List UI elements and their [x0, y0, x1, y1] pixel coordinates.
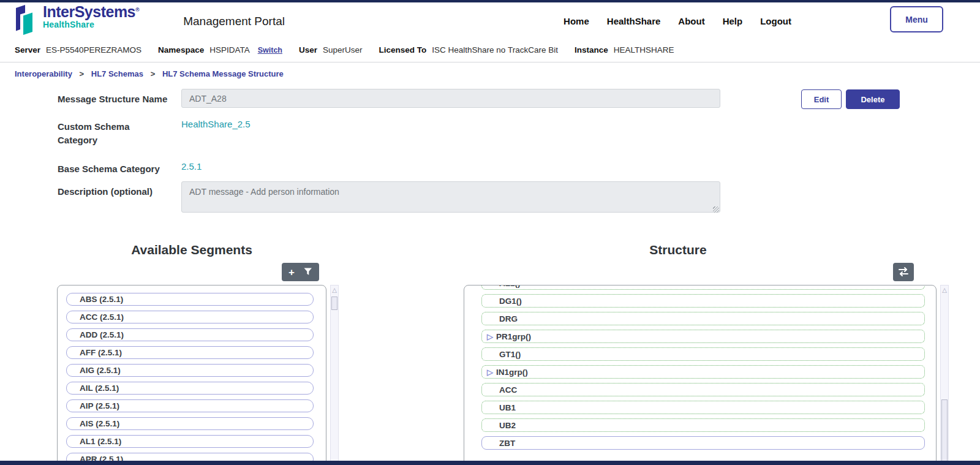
instance-label: Instance — [575, 45, 608, 55]
nav-link[interactable]: Logout — [760, 16, 791, 26]
user-info: UserSuperUser — [299, 45, 363, 55]
breadcrumb-separator: > — [151, 69, 156, 78]
segment-pill[interactable]: ADD (2.5.1) — [66, 328, 314, 341]
namespace-label: Namespace — [158, 45, 204, 55]
server-info-bar: ServerES-P5540PEREZRAMOS NamespaceHSPIDA… — [0, 38, 980, 62]
swap-arrows-icon — [897, 266, 910, 279]
structure-panel: Structure ▷ AL1() — [464, 242, 950, 465]
description-row: Description (optional) ADT message - Add… — [58, 181, 980, 215]
user-label: User — [299, 45, 317, 55]
header: InterSystems® HealthShare Management Por… — [0, 2, 980, 38]
licensed-label: Licensed To — [379, 45, 427, 55]
intersystems-logo-icon — [15, 4, 38, 37]
filter-segments-button[interactable] — [304, 267, 312, 278]
nav-link[interactable]: Home — [564, 16, 589, 26]
server-value: ES-P5540PEREZRAMOS — [46, 45, 141, 55]
segments-scrollbar-thumb[interactable] — [331, 297, 337, 310]
main-content: Message Structure Name Edit Delete Custo… — [0, 80, 980, 465]
edit-button[interactable]: Edit — [801, 89, 842, 109]
segment-pill-label: AIS (2.5.1) — [80, 419, 119, 428]
segment-pill[interactable]: AIP (2.5.1) — [66, 399, 314, 412]
custom-schema-category-link[interactable]: HealthShare_2.5 — [181, 116, 251, 147]
segment-pill[interactable]: AL1 (2.5.1) — [66, 435, 314, 448]
segment-pill-label: ABS (2.5.1) — [80, 295, 123, 304]
structure-toolbar — [464, 263, 950, 281]
structure-segment-label: ACC — [499, 385, 517, 395]
filter-icon — [304, 267, 312, 278]
segment-pill[interactable]: AIS (2.5.1) — [66, 417, 314, 430]
expand-triangle-icon[interactable]: ▷ — [487, 332, 493, 341]
segment-panels: Available Segments + ABS (2.5.1)ACC (2.5… — [0, 242, 980, 465]
user-value: SuperUser — [323, 45, 363, 55]
base-schema-category-row: Base Schema Category 2.5.1 — [58, 159, 980, 176]
base-schema-category-link[interactable]: 2.5.1 — [181, 159, 202, 176]
structure-scrollbar-thumb[interactable] — [941, 399, 948, 465]
structure-segment-label: IN1grp() — [496, 368, 528, 377]
page-title: Management Portal — [183, 15, 285, 28]
available-segments-listwrap: ABS (2.5.1)ACC (2.5.1)ADD (2.5.1)AFF (2.… — [57, 285, 339, 465]
message-structure-name-label: Message Structure Name — [58, 89, 181, 108]
licensed-info: Licensed ToISC HealthShare no TrackCare … — [379, 45, 558, 55]
structure-segment[interactable]: ▷ DG1() — [481, 294, 925, 308]
structure-listwrap: ▷ AL1() ▷ DG1() ▷ DRG ▷ PR1grp() ▷ GT1() — [464, 285, 950, 465]
scroll-up-icon[interactable]: △ — [331, 286, 338, 294]
structure-segment-label: GT1() — [499, 350, 521, 359]
breadcrumb-hl7-schemas[interactable]: HL7 Schemas — [91, 69, 143, 78]
brand-name: InterSystems® — [43, 4, 139, 20]
structure-segment[interactable]: ▷ UB2 — [481, 418, 925, 432]
structure-segment[interactable]: ▷ ACC — [481, 383, 925, 396]
namespace-value: HSPIDATA — [209, 45, 250, 55]
structure-segment[interactable]: ▷ UB1 — [481, 401, 925, 414]
segment-pill-label: ADD (2.5.1) — [80, 330, 124, 339]
delete-button[interactable]: Delete — [846, 89, 900, 109]
segment-pill[interactable]: AIL (2.5.1) — [66, 382, 314, 395]
description-label: Description (optional) — [58, 181, 181, 215]
structure-segment[interactable]: ▷ ZBT — [481, 436, 925, 450]
structure-segment-label: AL1() — [499, 285, 521, 288]
nav-link[interactable]: Help — [723, 16, 743, 26]
add-segment-button[interactable]: + — [288, 267, 295, 278]
segment-pill[interactable]: AFF (2.5.1) — [66, 346, 314, 359]
segment-pill-label: AFF (2.5.1) — [80, 348, 122, 357]
segment-pill[interactable]: AIG (2.5.1) — [66, 364, 314, 377]
action-buttons: Edit Delete — [801, 89, 900, 109]
segments-tool-group: + — [282, 263, 319, 281]
structure-segment-label: UB1 — [499, 403, 516, 412]
breadcrumb: Interoperability > HL7 Schemas > HL7 Sch… — [0, 62, 980, 80]
structure-list: ▷ AL1() ▷ DG1() ▷ DRG ▷ PR1grp() ▷ GT1() — [464, 285, 937, 465]
registered-mark: ® — [135, 7, 139, 13]
custom-schema-category-row: Custom Schema Category HealthShare_2.5 — [58, 116, 980, 147]
segment-pill[interactable]: ABS (2.5.1) — [66, 293, 314, 306]
breadcrumb-hl7-schema-message-structure[interactable]: HL7 Schema Message Structure — [162, 69, 284, 78]
structure-segment-label: PR1grp() — [496, 332, 531, 341]
available-segments-panel: Available Segments + ABS (2.5.1)ACC (2.5… — [57, 242, 339, 465]
segments-scrollbar[interactable]: △ — [330, 285, 339, 465]
structure-segment[interactable]: ▷ PR1grp() — [481, 330, 925, 343]
structure-scrollbar[interactable]: △ — [940, 285, 949, 465]
swap-segments-button[interactable] — [893, 263, 914, 281]
nav-link[interactable]: About — [678, 16, 704, 26]
menu-button[interactable]: Menu — [890, 6, 943, 32]
scroll-up-icon[interactable]: △ — [941, 286, 948, 294]
structure-segment[interactable]: ▷ IN1grp() — [481, 365, 925, 379]
namespace-info: NamespaceHSPIDATASwitch — [158, 45, 282, 55]
breadcrumb-interoperability[interactable]: Interoperability — [15, 69, 72, 78]
available-segments-toolbar: + — [57, 263, 339, 281]
nav-link[interactable]: HealthShare — [607, 16, 661, 26]
brand-sub-name: HealthShare — [43, 20, 139, 29]
instance-info: InstanceHEALTHSHARE — [575, 45, 674, 55]
structure-segment[interactable]: ▷ GT1() — [481, 347, 925, 361]
switch-namespace-link[interactable]: Switch — [258, 46, 282, 55]
expand-triangle-icon[interactable]: ▷ — [487, 368, 493, 377]
segment-pill-label: ACC (2.5.1) — [80, 312, 124, 322]
base-schema-category-label: Base Schema Category — [58, 159, 181, 176]
message-structure-name-input — [181, 89, 720, 108]
available-segments-title: Available Segments — [57, 242, 326, 258]
bottom-border-bar — [0, 461, 980, 465]
structure-segment[interactable]: ▷ AL1() — [481, 285, 925, 290]
textarea-resize-handle[interactable] — [713, 206, 719, 213]
segment-pill-label: AIG (2.5.1) — [80, 366, 121, 375]
structure-segment[interactable]: ▷ DRG — [481, 312, 925, 325]
segment-pill[interactable]: ACC (2.5.1) — [66, 311, 314, 323]
custom-schema-category-label: Custom Schema Category — [58, 116, 137, 147]
